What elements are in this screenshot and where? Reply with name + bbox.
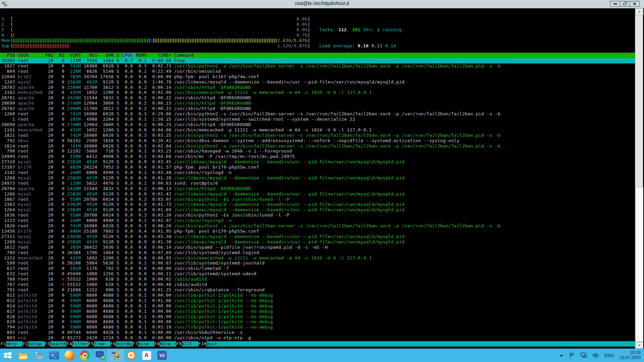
column-header-cpu[interactable]: CPU% [122,53,136,58]
title-bar[interactable]: root@br:/etc/httpd/vhost.d ✕ [0,0,644,8]
minimize-button[interactable] [610,1,620,7]
process-row-pid-28781[interactable]: 28781 apache 20 0 2428M 11544 3832 S 0.0… [0,95,635,101]
tray-language-indicator[interactable]: ENG [602,349,617,362]
process-row-pid-632[interactable]: 632 root 20 0 45040 1888 1256 S 0.0 0.0 … [0,271,635,277]
process-row-pid-812[interactable]: 812 polkitd 20 0 596M 8680 4688 S 0.0 0.… [0,298,635,303]
process-row-pid-811[interactable]: 811 polkitd 20 0 596M 8680 4688 S 0.0 0.… [0,293,635,298]
fn-label-search[interactable]: Search [50,341,66,347]
fn-key-f4[interactable]: F4 [66,341,72,347]
process-row-pid-28783[interactable]: 28783 apache 20 0 2300M 11760 3812 S 0.0… [0,85,635,90]
column-header-ni[interactable]: NI [56,53,67,58]
taskbar-item-remote-desktop[interactable] [93,349,108,362]
fn-label-nice[interactable]: Nice - [138,341,154,347]
taskbar-item-firefox[interactable] [62,349,77,362]
column-header-command[interactable]: Command [174,53,193,58]
process-row-pid-814[interactable]: 814 polkitd 20 0 596M 8680 4688 S 0.0 0.… [0,303,635,309]
fn-label-kill[interactable]: Kill [182,341,198,347]
process-row-pid-1264[interactable]: 1264 mysql 20 0 2383M 401M 9120 S 0.0 6.… [0,207,635,213]
tray-action-center[interactable] [566,349,578,362]
process-row-pid-28784[interactable]: 28784 apache 20 0 2428M 11544 3832 S 0.0… [0,186,635,191]
fn-label-tree[interactable]: Tree [94,341,110,347]
fn-key-f10[interactable]: F10 [198,341,207,347]
taskbar-item-vnc[interactable]: V2 [154,349,170,362]
fn-key-f3[interactable]: F3 [45,341,50,347]
tray-volume[interactable] [590,349,602,362]
process-row-pid-1269[interactable]: 1269 mysql 20 0 2383M 401M 9120 S 0.0 6.… [0,239,635,245]
taskbar-item-putty-active[interactable] [108,349,123,362]
fn-label-sortby[interactable]: SortBy [116,341,132,347]
process-row-pid-767[interactable]: 767 root 16 -4 55532 1080 628 S 0.0 0.0 … [0,282,635,287]
taskbar-item-chrome[interactable] [77,349,93,362]
fn-key-f9[interactable]: F9 [176,341,181,347]
process-row-pid-1814[interactable]: 1814 root 20 0 741M 16980 6028 S 0.0 0.3… [0,143,635,149]
column-header-pid[interactable]: PID [1,53,18,58]
taskbar-item-server-manager[interactable] [31,349,46,362]
terminal-scrollbar[interactable]: ∧ ∨ [635,8,643,349]
taskbar-item-powershell[interactable]: >_ [46,349,62,362]
terminal-screen[interactable]: 1[0.0%] 2[0.0%] 3[0.0%] 4[0.7%] Mem[2.63… [0,8,644,349]
process-row-pid-802[interactable]: 802 root 20 0 99744 6040 4428 S 0.0 0.1 … [0,330,635,335]
process-table-header[interactable]: PID USER PRI NI VIRT RES SHR S CPU% MEM%… [0,53,635,58]
process-row-pid-28699[interactable]: 28699 apache 20 0 2748M 12064 3860 S 0.0… [0,101,635,106]
process-row-pid-1612[interactable]: 1612 root 20 0 285M 38432 3936 S 0.0 0.6… [0,245,635,250]
process-row-pid-819[interactable]: 819 polkitd 20 0 596M 8680 4688 S 0.0 0.… [0,319,635,324]
scrollbar-thumb[interactable] [635,187,643,342]
fn-key-f6[interactable]: F6 [110,341,116,347]
column-header-shr[interactable]: SHR [100,53,116,58]
column-header-mem[interactable]: MEM% [136,53,150,58]
process-row-pid-1141[interactable]: 1141 root 20 0 240M 6008 4940 S 0.0 0.1 … [0,170,635,175]
column-header-pri[interactable]: PRI [45,53,56,58]
process-row-pid-818[interactable]: 818 polkitd 20 0 596M 8680 4688 S 0.0 0.… [0,314,635,319]
process-row-pid-1268[interactable]: 1268 mysql 20 0 2383M 401M 9120 S 0.0 6.… [0,175,635,181]
start-button[interactable] [0,349,15,362]
restore-button[interactable] [620,1,630,7]
process-row-pid-13456[interactable]: 13456 br170 20 0 886M 25188 7892 S 0.0 0… [0,229,635,234]
column-header-s[interactable]: S [116,53,122,58]
process-row-pid-30305[interactable]: 30305 root 20 0 121M 3508 1484 R 0.7 0.1… [0,58,635,63]
process-row-pid-1887[interactable]: 1887 root 20 0 558M 20760 6024 S 0.0 0.3… [0,197,635,202]
process-row-pid-24999[interactable]: 24999 root 20 0 159M 6412 4008 S 0.0 0.1… [0,154,635,159]
tray-show-hidden-icons[interactable] [557,349,566,362]
process-row-pid-1247[interactable]: 1247 mysql 20 0 2383M 401M 9120 S 0.0 6.… [0,79,635,85]
process-row-pid-791[interactable]: 791 root 20 0 21688 1332 996 S 0.0 0.0 0… [0,287,635,293]
process-row-pid-1223[interactable]: 1223 root 20 0 240M 6008 4940 S 0.0 0.1 … [0,218,635,223]
fn-key-f1[interactable]: F1 [1,341,6,347]
process-row-pid-1266[interactable]: 1266 mysql 20 0 2383M 401M 9120 S 0.0 6.… [0,191,635,197]
scroll-up-arrow-icon[interactable]: ∧ [635,8,643,15]
fn-key-f5[interactable]: F5 [89,341,94,347]
process-row-pid-27311[interactable]: 27311 mysql 20 0 2383M 401M 9120 S 0.0 6… [0,234,635,239]
process-row-pid-617[interactable]: 617 root 20 0 191M 1176 792 S 0.0 0.0 0:… [0,266,635,271]
column-header-time[interactable]: TIME+ [150,53,174,58]
process-row-pid-1260[interactable]: 1260 root 20 0 741M 16980 6028 S 0.0 0.3… [0,111,635,117]
process-row-pid-2363[interactable]: 2363 mysql 20 0 2383M 401M 9120 S 0.0 6.… [0,202,635,207]
process-row-pid-1036[interactable]: 1036 root 20 0 558M 20760 6024 S 0.0 0.3… [0,213,635,218]
column-header-user[interactable]: USER [18,53,45,58]
fn-label-filter[interactable]: Filter [72,341,89,347]
process-row-pid-1162[interactable]: 1162 memcached 20 0 432M 1692 1200 S 0.0… [0,90,635,95]
column-header-res[interactable]: RES [84,53,100,58]
process-row-pid-22044[interactable]: 22044 br167 20 0 783M 34704 17656 S 0.0 … [0,74,635,79]
process-row-pid-1821[interactable]: 1821 root 20 0 741M 16980 6028 S 0.0 0.3… [0,133,635,138]
process-row-pid-1152[interactable]: 1152 memcached 20 0 432M 1692 1200 S 0.0… [0,255,635,261]
process-row-pid-790[interactable]: 790 root 20 0 12192 5660 716 S 0.0 0.1 0… [0,148,635,154]
process-row-pid-599[interactable]: 599 root 20 0 39208 5984 5636 S 0.0 0.1 … [0,260,635,266]
taskbar-item-pulseway[interactable]: P [123,349,139,362]
process-row-pid-794[interactable]: 794 polkitd 20 0 596M 8680 4688 S 0.0 0.… [0,324,635,330]
column-header-virt[interactable]: VIRT [67,53,84,58]
process-row-pid-13167[interactable]: 13167 br170 20 0 885M 24224 7952 S 0.0 0… [0,165,635,170]
fn-label-nice[interactable]: Nice + [160,341,176,347]
fn-label-setup[interactable]: Setup [28,341,45,347]
process-row-pid-792[interactable]: 792 dbus 20 0 56192 2500 1816 S 0.0 0.0 … [0,138,635,143]
process-row-pid-1827[interactable]: 1827 root 20 0 741M 16980 6028 S 0.0 0.3… [0,63,635,69]
process-row-pid-28782[interactable]: 28782 apache 20 0 2300M 11760 3812 S 0.0… [0,106,635,111]
process-row-pid-789[interactable]: 789 root 20 0 26384 1796 1464 S 0.0 0.0 … [0,250,635,255]
fn-label-help[interactable]: Help [6,341,22,347]
process-row-pid-24973[interactable]: 24973 root 20 0 139M 5812 4476 S 0.0 0.1… [0,181,635,186]
fn-key-f7[interactable]: F7 [132,341,138,347]
process-row-pid-817[interactable]: 817 polkitd 20 0 596M 8680 4688 S 0.0 0.… [0,309,635,314]
fn-key-f8[interactable]: F8 [154,341,160,347]
scroll-down-arrow-icon[interactable]: ∨ [635,342,643,349]
process-row-pid-1826[interactable]: 1826 root 20 0 741M 16980 6028 S 0.0 0.3… [0,223,635,229]
process-row-pid-803[interactable]: 803 ntp 20 0 45272 2420 1724 S 0.0 0.0 0… [0,335,635,341]
tray-network[interactable] [578,349,590,362]
